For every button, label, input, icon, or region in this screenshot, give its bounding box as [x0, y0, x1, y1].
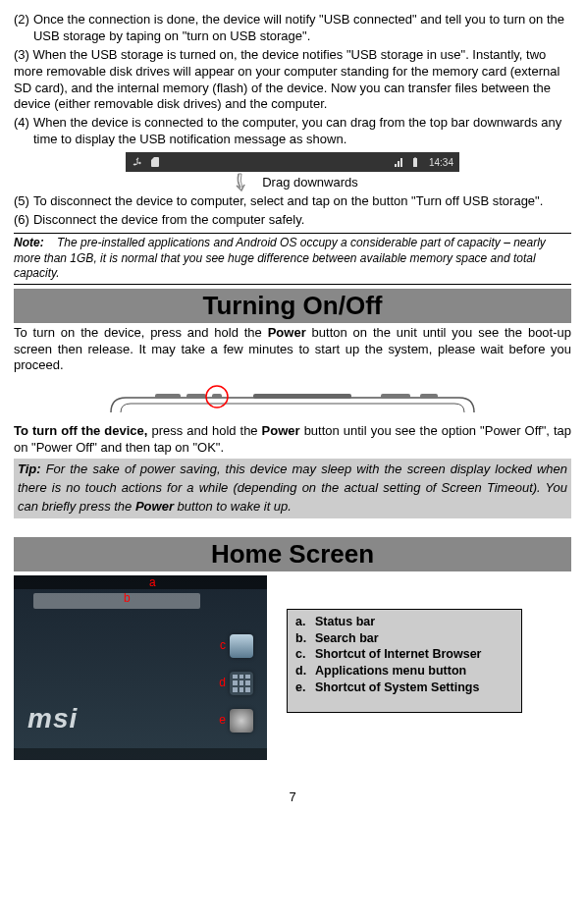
list-content-2: Once the connection is done, the device …	[33, 12, 571, 45]
list-num-4: (4)	[14, 115, 33, 148]
hs-icon-settings	[230, 709, 253, 733]
drag-instruction: Drag downwards	[14, 172, 571, 191]
power-bold-2: Power	[262, 423, 300, 438]
sd-icon	[149, 156, 161, 168]
label-a: a	[149, 575, 156, 589]
hs-status-bar	[14, 575, 267, 589]
list-content-3: When the USB storage is turned on, the d…	[14, 47, 559, 112]
legend-box: a.Status bar b.Search bar c.Shortcut of …	[287, 609, 522, 713]
power-bold-1: Power	[268, 325, 306, 340]
legend-e-val: Shortcut of System Settings	[315, 679, 479, 696]
list-item-4: (4) When the device is connected to the …	[14, 115, 571, 148]
turning-p2-mid: press and hold the	[147, 423, 261, 438]
note-label: Note:	[14, 236, 44, 249]
battery-icon	[409, 156, 421, 168]
turning-p1-pre: To turn on the device, press and hold th…	[14, 325, 268, 340]
label-d: d	[219, 676, 226, 689]
turning-p2-prebold: To turn off the device,	[14, 423, 147, 438]
list-num-3: (3)	[14, 47, 29, 62]
note-text: The pre-installed applications and Andro…	[14, 236, 546, 280]
legend-d-key: d.	[295, 663, 315, 679]
android-status-bar: 14:34	[126, 152, 459, 172]
page-number: 7	[14, 789, 571, 804]
list-num-5: (5)	[14, 193, 33, 210]
legend-c-val: Shortcut of Internet Browser	[315, 646, 481, 663]
tip-label: Tip:	[18, 462, 41, 476]
list-item-5: (5) To disconnect the device to computer…	[14, 193, 571, 210]
note-box: Note: The pre-installed applications and…	[14, 233, 571, 285]
legend-e-key: e.	[295, 679, 315, 696]
heading-turning: Turning On/Off	[14, 289, 571, 323]
hs-icon-browser	[230, 634, 253, 658]
list-item-3: (3) When the USB storage is turned on, t…	[14, 47, 571, 114]
label-e: e	[219, 713, 226, 727]
list-item-6: (6) Disconnect the device from the compu…	[14, 212, 571, 229]
drag-label: Drag downwards	[262, 175, 358, 190]
turning-p2: To turn off the device, press and hold t…	[14, 423, 571, 457]
tip-box: Tip: For the sake of power saving, this …	[14, 459, 571, 518]
svg-rect-5	[381, 394, 410, 399]
legend-a-val: Status bar	[315, 614, 375, 630]
legend-a-key: a.	[295, 614, 315, 630]
arrow-down-icon	[227, 172, 256, 191]
signal-icon	[394, 156, 405, 168]
legend-d-val: Applications menu button	[315, 663, 466, 679]
list-content-6: Disconnect the device from the computer …	[33, 212, 571, 229]
heading-home: Home Screen	[14, 537, 571, 571]
label-b: b	[124, 591, 131, 605]
status-time: 14:34	[429, 157, 453, 168]
svg-rect-6	[420, 394, 438, 399]
legend-b-key: b.	[295, 630, 315, 647]
label-c: c	[220, 638, 226, 652]
hs-dock	[14, 748, 267, 760]
turning-p1: To turn on the device, press and hold th…	[14, 325, 571, 375]
hs-icon-apps	[230, 672, 253, 695]
svg-rect-2	[212, 394, 222, 399]
svg-rect-1	[186, 394, 206, 399]
legend-c-key: c.	[295, 646, 315, 663]
usb-icon	[132, 156, 143, 168]
device-top-illustration	[106, 378, 479, 417]
list-item-2: (2) Once the connection is done, the dev…	[14, 12, 571, 45]
list-num-2: (2)	[14, 12, 33, 45]
list-content-5: To disconnect the device to computer, se…	[33, 193, 571, 210]
list-num-6: (6)	[14, 212, 33, 229]
tip-post: button to wake it up.	[174, 499, 292, 514]
svg-rect-4	[253, 394, 351, 399]
home-screenshot: msi a b c d e	[14, 575, 267, 760]
list-content-4: When the device is connected to the comp…	[33, 115, 571, 148]
hs-search-bar	[33, 593, 200, 609]
power-bold-3: Power	[135, 499, 174, 514]
hs-logo: msi	[27, 703, 78, 734]
legend-b-val: Search bar	[315, 630, 379, 647]
tip-mid: For the sake of power saving, this devic…	[18, 462, 567, 514]
svg-rect-0	[155, 394, 181, 399]
